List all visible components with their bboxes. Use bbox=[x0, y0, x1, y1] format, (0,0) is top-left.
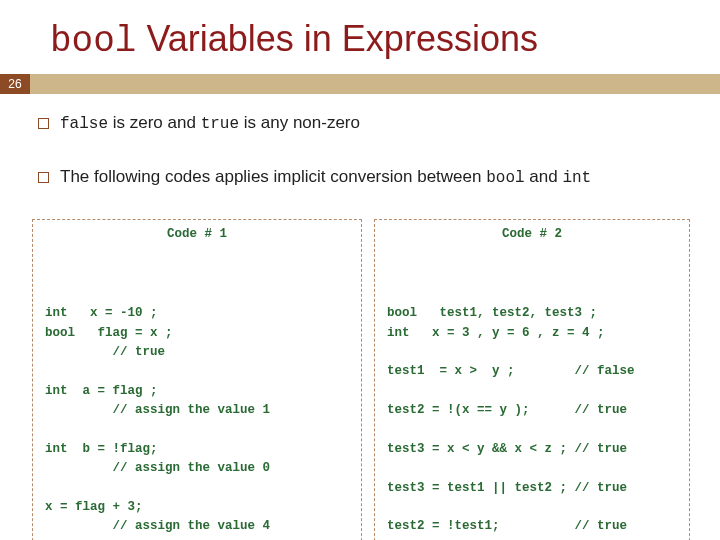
slide-title: bool Variables in Expressions bbox=[50, 18, 720, 62]
bullet1-mono2: true bbox=[201, 115, 239, 133]
code-boxes: Code # 1 int x = -10 ; bool flag = x ; /… bbox=[32, 219, 680, 540]
page-number: 26 bbox=[0, 74, 30, 94]
bullet2-mono1: bool bbox=[486, 169, 524, 187]
bullet1-mono1: false bbox=[60, 115, 108, 133]
bullet-1: false is zero and true is any non-zero bbox=[60, 112, 680, 136]
bullet1-text1: is zero and bbox=[108, 113, 201, 132]
title-rest: Variables in Expressions bbox=[136, 18, 538, 59]
divider-stripe: 26 bbox=[0, 74, 720, 94]
title-mono: bool bbox=[50, 21, 136, 62]
code1-body: int x = -10 ; bool flag = x ; // true in… bbox=[45, 304, 349, 537]
content-area: false is zero and true is any non-zero T… bbox=[0, 94, 720, 540]
bullet2-text1: The following codes applies implicit con… bbox=[60, 167, 486, 186]
bullet1-text2: is any non-zero bbox=[239, 113, 360, 132]
title-area: bool Variables in Expressions bbox=[0, 0, 720, 74]
bullet2-mono2: int bbox=[562, 169, 591, 187]
code-box-2: Code # 2 bool test1, test2, test3 ; int … bbox=[374, 219, 690, 540]
code2-body: bool test1, test2, test3 ; int x = 3 , y… bbox=[387, 304, 677, 537]
code1-label: Code # 1 bbox=[167, 225, 227, 244]
bullet2-text2: and bbox=[525, 167, 563, 186]
code-box-1: Code # 1 int x = -10 ; bool flag = x ; /… bbox=[32, 219, 362, 540]
code2-label: Code # 2 bbox=[502, 225, 562, 244]
bullet-2: The following codes applies implicit con… bbox=[60, 166, 680, 190]
